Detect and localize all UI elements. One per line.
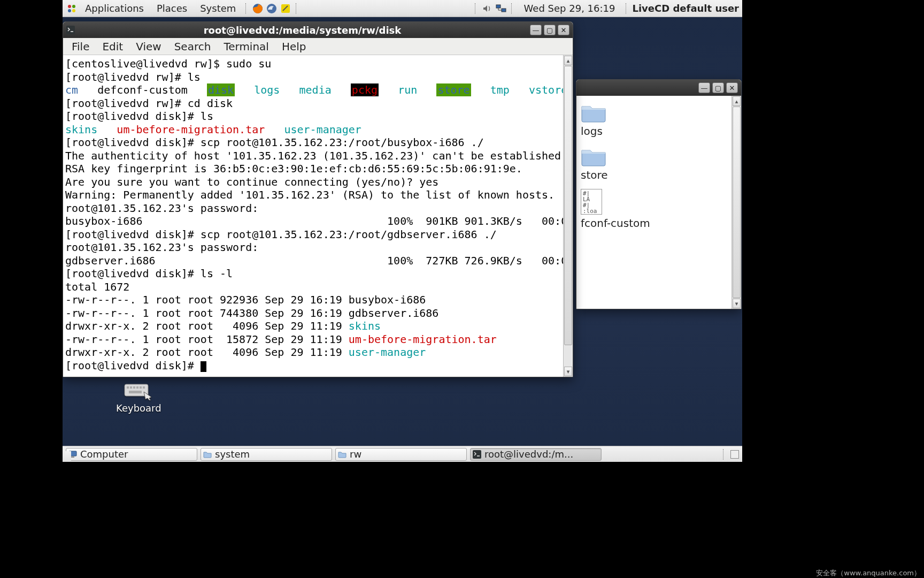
svg-rect-9 bbox=[66, 26, 75, 34]
document-item[interactable]: #| LA#|:loafconf-custom bbox=[581, 189, 727, 230]
panel-separator bbox=[245, 3, 248, 14]
svg-rect-19 bbox=[71, 457, 74, 458]
desktop-screen: Applications Places System Wed Sep 29, 1… bbox=[63, 0, 742, 462]
document-icon: #| LA#|:loa bbox=[581, 189, 602, 215]
panel-separator bbox=[511, 3, 513, 14]
svg-rect-8 bbox=[502, 9, 506, 12]
folder-item[interactable]: logs bbox=[581, 101, 727, 138]
panel-separator bbox=[475, 3, 477, 14]
item-label: logs bbox=[581, 125, 603, 138]
top-panel: Applications Places System Wed Sep 29, 1… bbox=[63, 0, 742, 17]
terminal-title: root@livedvd:/media/system/rw/disk bbox=[78, 25, 527, 36]
taskbar-item[interactable]: system bbox=[201, 448, 332, 461]
network-icon[interactable] bbox=[495, 3, 507, 14]
scroll-down-button[interactable]: ▾ bbox=[564, 367, 572, 376]
terminal-icon bbox=[66, 26, 75, 34]
taskbar-item[interactable]: root@livedvd:/m... bbox=[470, 448, 602, 461]
thunderbird-icon[interactable] bbox=[266, 3, 278, 14]
maximize-button[interactable]: ▢ bbox=[712, 82, 724, 93]
taskbar-item-label: Computer bbox=[80, 448, 128, 460]
terminal-menubar: File Edit View Search Terminal Help bbox=[63, 38, 573, 55]
svg-rect-13 bbox=[133, 386, 135, 389]
close-button[interactable]: ✕ bbox=[558, 25, 569, 35]
terminal-scrollbar[interactable]: ▴ ▾ bbox=[563, 55, 573, 377]
panel-separator bbox=[723, 449, 725, 460]
menu-view[interactable]: View bbox=[130, 39, 166, 54]
scroll-up-button[interactable]: ▴ bbox=[733, 96, 741, 106]
file-manager-body: logsstore#| LA#|:loafconf-custom ▴ ▾ bbox=[576, 96, 741, 309]
menu-help[interactable]: Help bbox=[276, 39, 312, 54]
panel-clock[interactable]: Wed Sep 29, 16:19 bbox=[518, 3, 622, 14]
firefox-icon[interactable] bbox=[252, 3, 264, 14]
close-button[interactable]: ✕ bbox=[726, 82, 738, 93]
folder-icon bbox=[203, 450, 212, 459]
panel-separator bbox=[296, 3, 298, 14]
file-manager-titlebar[interactable]: — ▢ ✕ bbox=[576, 80, 741, 96]
svg-point-0 bbox=[68, 5, 71, 8]
tray-workspace-switcher[interactable] bbox=[730, 450, 739, 459]
maximize-button[interactable]: ▢ bbox=[544, 25, 556, 35]
menu-edit[interactable]: Edit bbox=[97, 39, 128, 54]
scroll-up-button[interactable]: ▴ bbox=[564, 56, 572, 65]
svg-point-3 bbox=[72, 9, 75, 12]
taskbar-item-label: system bbox=[215, 448, 250, 460]
svg-rect-17 bbox=[129, 391, 142, 393]
svg-rect-15 bbox=[140, 386, 142, 389]
notes-icon[interactable] bbox=[280, 3, 291, 14]
svg-rect-20 bbox=[473, 450, 481, 459]
taskbar-item-label: root@livedvd:/m... bbox=[484, 448, 573, 460]
svg-rect-11 bbox=[127, 386, 129, 389]
folder-item[interactable]: store bbox=[581, 145, 727, 181]
menu-places[interactable]: Places bbox=[151, 2, 192, 15]
folder-icon bbox=[338, 450, 346, 459]
menu-terminal[interactable]: Terminal bbox=[218, 39, 274, 54]
svg-rect-12 bbox=[130, 386, 132, 389]
terminal-window[interactable]: root@livedvd:/media/system/rw/disk — ▢ ✕… bbox=[63, 21, 573, 377]
file-manager-scrollbar[interactable]: ▴ ▾ bbox=[732, 96, 741, 309]
panel-user-menu[interactable]: LiveCD default user bbox=[632, 3, 739, 14]
svg-point-1 bbox=[72, 5, 75, 8]
menu-file[interactable]: File bbox=[66, 39, 95, 54]
svg-rect-16 bbox=[143, 386, 145, 389]
taskbar-item[interactable]: rw bbox=[335, 448, 467, 461]
terminal-output[interactable]: [centoslive@livedvd rw]$ sudo su[root@li… bbox=[63, 55, 563, 377]
app-launcher-icon[interactable] bbox=[66, 3, 78, 14]
menu-applications[interactable]: Applications bbox=[80, 2, 149, 15]
minimize-button[interactable]: — bbox=[530, 25, 542, 35]
taskbar-item[interactable]: Computer bbox=[66, 448, 197, 461]
taskbar-item-label: rw bbox=[350, 448, 361, 460]
minimize-button[interactable]: — bbox=[698, 82, 710, 93]
svg-rect-14 bbox=[136, 386, 138, 389]
item-label: store bbox=[581, 169, 608, 181]
panel-separator bbox=[626, 3, 628, 14]
terminal-titlebar[interactable]: root@livedvd:/media/system/rw/disk — ▢ ✕ bbox=[63, 22, 573, 38]
svg-point-2 bbox=[68, 9, 71, 12]
desktop-icon-label: Keyboard bbox=[116, 402, 161, 414]
file-manager-window[interactable]: — ▢ ✕ logsstore#| LA#|:loafconf-custom ▴… bbox=[576, 79, 742, 309]
item-label: fconf-custom bbox=[581, 217, 650, 230]
svg-rect-7 bbox=[496, 5, 500, 8]
menu-search[interactable]: Search bbox=[169, 39, 217, 54]
desktop-icon-keyboard[interactable]: Keyboard bbox=[116, 379, 161, 414]
bottom-panel: Computersystemrwroot@livedvd:/m... bbox=[63, 446, 742, 462]
terminal-icon bbox=[473, 450, 481, 459]
volume-icon[interactable] bbox=[481, 3, 493, 14]
menu-system[interactable]: System bbox=[195, 2, 241, 15]
scroll-down-button[interactable]: ▾ bbox=[733, 299, 741, 308]
watermark: 安全客（www.anquanke.com） bbox=[816, 568, 921, 578]
file-manager-content[interactable]: logsstore#| LA#|:loafconf-custom bbox=[576, 96, 732, 309]
